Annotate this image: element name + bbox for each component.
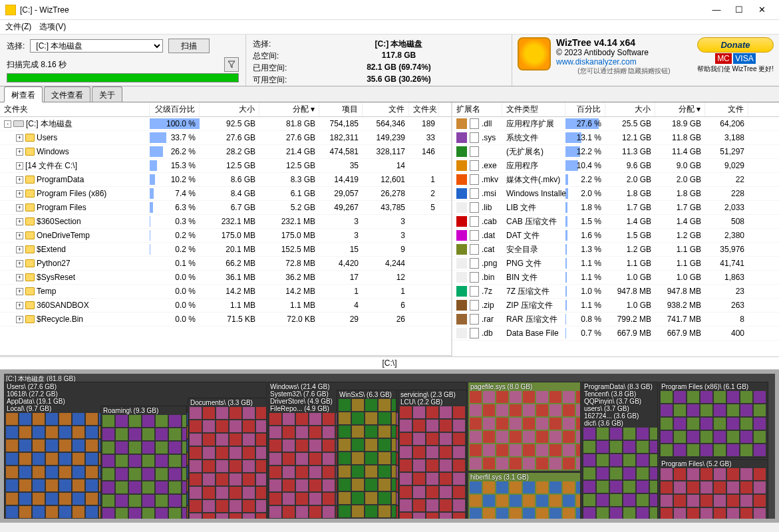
table-row[interactable]: .pngPNG 文件1.1 %1.1 GB1.1 GB41,741	[452, 257, 779, 271]
table-row[interactable]: .dbData Base File0.7 %667.9 MB667.9 MB40…	[452, 327, 779, 340]
cell-folders: 1	[409, 174, 439, 185]
tree-expander[interactable]: +	[16, 232, 23, 239]
close-button[interactable]: ✕	[756, 5, 767, 15]
percent-bar: 1.8 %	[565, 202, 605, 213]
minimize-button[interactable]: —	[711, 5, 722, 15]
file-icon	[470, 216, 479, 227]
table-row[interactable]: .mkv媒体文件(.mkv)2.2 %2.0 GB2.0 GB22	[452, 173, 779, 187]
treemap-block[interactable]: Documents\ (3.3 GB)	[188, 398, 267, 523]
col-size[interactable]: 大小	[200, 102, 259, 116]
folder-icon	[25, 301, 35, 309]
tree-expander[interactable]: +	[16, 190, 23, 198]
tab-file-view[interactable]: 文件查看	[44, 86, 90, 102]
scan-button[interactable]: 扫描	[168, 39, 210, 53]
table-row[interactable]: +Program Files (x86)7.4 %8.4 GB6.1 GB29,…	[0, 187, 451, 201]
tree-expander[interactable]: +	[16, 246, 23, 253]
filter-button[interactable]	[224, 57, 239, 72]
col-ext[interactable]: 扩展名	[452, 102, 502, 116]
table-row[interactable]: .cat安全目录1.3 %1.2 GB1.1 GB35,976	[452, 243, 779, 257]
tree-expander[interactable]: +	[16, 134, 23, 142]
tree-expander[interactable]: +	[16, 218, 23, 225]
col-alloc[interactable]: 分配 ▾	[259, 102, 319, 116]
table-row[interactable]: +$SysReset0.0 %36.1 MB36.2 MB1712	[0, 271, 451, 285]
table-row[interactable]: +Temp0.0 %14.2 MB14.2 MB11	[0, 285, 451, 299]
table-row[interactable]: .datDAT 文件1.6 %1.5 GB1.2 GB2,380	[452, 229, 779, 243]
table-row[interactable]: +$Recycle.Bin0.0 %71.5 KB72.0 KB2926	[0, 313, 451, 327]
tree-expander[interactable]: +	[16, 316, 23, 323]
treemap-block[interactable]: WinSxS\ (6.3 GB)	[337, 390, 396, 523]
tree-expander[interactable]: +	[16, 162, 23, 170]
table-row[interactable]: .binBIN 文件1.1 %1.0 GB1.0 GB1,863	[452, 271, 779, 285]
treemap-block[interactable]: ProgramData\ (8.3 GB)Tencent\ (3.8 GB)QQ…	[581, 382, 658, 523]
menu-options[interactable]: 选项(V)	[39, 21, 66, 33]
table-row[interactable]: .7z7Z 压缩文件1.0 %947.8 MB947.8 MB23	[452, 285, 779, 299]
table-row[interactable]: .dll应用程序扩展27.6 %25.5 GB18.9 GB64,206	[452, 117, 779, 131]
treemap-block[interactable]: Program Files\ (5.2 GB)	[659, 459, 768, 523]
col-ext-size[interactable]: 大小	[605, 102, 655, 116]
tab-about[interactable]: 关于	[92, 86, 122, 102]
table-row[interactable]: (无扩展名)12.2 %11.3 GB11.4 GB51,297	[452, 145, 779, 159]
tree-expander[interactable]: +	[16, 148, 23, 156]
cell-files: 3	[363, 216, 409, 227]
treemap[interactable]: [C:] 本地磁盘 (81.8 GB) Users\ (27.6 GB)1061…	[0, 370, 779, 523]
tree-expander[interactable]: +	[16, 302, 23, 309]
cell-folders	[409, 319, 439, 320]
table-row[interactable]: +Users33.7 %27.6 GB27.6 GB182,311149,239…	[0, 131, 451, 145]
cell-alloc: 1.1 GB	[655, 258, 705, 269]
table-row[interactable]: +Program Files6.3 %6.7 GB5.2 GB49,26743,…	[0, 201, 451, 215]
horizontal-scrollbar[interactable]: ◄ ────────────────────────────── ►	[0, 355, 451, 356]
col-ext-files[interactable]: 文件	[705, 102, 748, 116]
ext-name: .lib	[482, 203, 492, 212]
tree-expander[interactable]: +	[16, 260, 23, 267]
tree-expander[interactable]: -	[4, 120, 11, 128]
donate-button[interactable]: Donate	[697, 37, 774, 53]
tab-tree-view[interactable]: 树查看	[4, 86, 43, 102]
table-row[interactable]: +OneDriveTemp0.2 %175.0 MB175.0 MB33	[0, 229, 451, 243]
treemap-block[interactable]: servicing\ (2.3 GB)LCU\ (2.2 GB)	[398, 390, 467, 523]
cell-files: 12,601	[363, 174, 409, 185]
table-row[interactable]: +[14 文件在 C:\]15.3 %12.5 GB12.5 GB3514	[0, 159, 451, 173]
tree-expander[interactable]: +	[16, 274, 23, 281]
col-folders[interactable]: 文件夹	[409, 102, 439, 116]
tree-expander[interactable]: +	[16, 176, 23, 184]
tree-expander[interactable]: +	[16, 288, 23, 295]
col-files[interactable]: 文件	[363, 102, 409, 116]
file-icon	[470, 300, 479, 311]
table-row[interactable]: +$360Section0.3 %232.1 MB232.1 MB33	[0, 215, 451, 229]
ext-name: .dat	[482, 231, 495, 240]
table-row[interactable]: .msiWindows Installe2.0 %1.8 GB1.8 GB228	[452, 187, 779, 201]
table-row[interactable]: .zipZIP 压缩文件1.1 %1.0 GB938.2 MB263	[452, 299, 779, 313]
col-ext-alloc[interactable]: 分配 ▾	[655, 102, 705, 116]
table-row[interactable]: +360SANDBOX0.0 %1.1 MB1.1 MB46	[0, 299, 451, 313]
view-tabs: 树查看 文件查看 关于	[0, 86, 779, 102]
col-ext-pct[interactable]: 百分比	[565, 102, 605, 116]
table-row[interactable]: +Windows26.2 %28.2 GB21.4 GB474,581328,1…	[0, 145, 451, 159]
folder-name: Windows	[37, 147, 69, 156]
col-items[interactable]: 项目	[319, 102, 363, 116]
treemap-block[interactable]: Program Files (x86)\ (6.1 GB)	[659, 382, 768, 458]
tree-expander[interactable]: +	[16, 204, 23, 211]
col-type[interactable]: 文件类型	[502, 102, 565, 116]
maximize-button[interactable]: ☐	[734, 5, 744, 15]
table-row[interactable]: .sys系统文件13.1 %12.1 GB11.8 GB3,188	[452, 131, 779, 145]
treemap-block[interactable]: Roaming\ (9.3 GB)	[100, 406, 187, 523]
table-row[interactable]: .rarRAR 压缩文件0.8 %799.2 MB741.7 MB8	[452, 313, 779, 327]
table-row[interactable]: -[C:] 本地磁盘100.0 %92.5 GB81.8 GB754,18556…	[0, 117, 451, 131]
table-row[interactable]: +ProgramData10.2 %8.6 GB8.3 GB14,41912,6…	[0, 173, 451, 187]
file-icon	[470, 160, 479, 171]
table-row[interactable]: .libLIB 文件1.8 %1.7 GB1.7 GB2,033	[452, 201, 779, 215]
col-percent[interactable]: 父级百分比	[150, 102, 200, 116]
drive-select[interactable]: [C:] 本地磁盘	[30, 39, 163, 53]
treemap-block[interactable]: hiberfil.sys (3.1 GB)	[468, 472, 581, 523]
website-link[interactable]: www.diskanalyzer.com	[556, 57, 692, 66]
col-folder[interactable]: 文件夹	[0, 102, 150, 116]
cell-alloc: 81.8 GB	[259, 118, 319, 129]
table-row[interactable]: +$Extend0.2 %20.1 MB152.5 MB159	[0, 243, 451, 257]
table-row[interactable]: +Python270.1 %66.2 MB72.8 MB4,4204,244	[0, 257, 451, 271]
menu-file[interactable]: 文件(Z)	[5, 21, 31, 33]
treemap-block[interactable]: pagefile.sys (8.0 GB)	[468, 382, 581, 471]
cell-size: 667.9 MB	[605, 328, 655, 338]
table-row[interactable]: .exe应用程序10.4 %9.6 GB9.0 GB9,029	[452, 159, 779, 173]
table-row[interactable]: .cabCAB 压缩文件1.5 %1.4 GB1.4 GB508	[452, 215, 779, 229]
cell-folders	[409, 249, 439, 250]
